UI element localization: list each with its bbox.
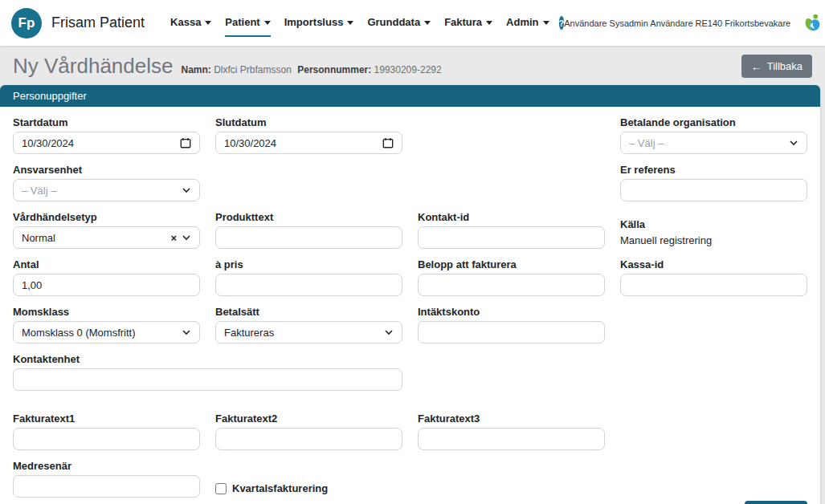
field-betalsatt: Betalsätt Faktureras <box>215 306 402 343</box>
field-momsklass: Momsklass Momsklass 0 (Momsfritt) <box>13 306 200 343</box>
section-header: Personuppgifter <box>0 85 820 107</box>
ansvarsenhet-select[interactable]: – Välj – <box>13 179 200 201</box>
nav-item-label: Faktura <box>444 16 482 28</box>
betalsatt-select[interactable]: Faktureras <box>215 321 402 343</box>
save-button[interactable]: Spara <box>745 501 807 504</box>
back-button[interactable]: ← Tillbaka <box>741 55 812 78</box>
page-header: Ny Vårdhändelse Namn: Dlxfci Prbfamsson … <box>0 46 825 85</box>
nav-item-label: Grunddata <box>367 16 420 28</box>
field-antal: Antal <box>13 258 200 296</box>
nav-item-grunddata[interactable]: Grunddata <box>367 10 431 37</box>
ansvarsenhet-label: Ansvarsenhet <box>13 164 200 176</box>
help-icon[interactable]: ? <box>559 16 565 30</box>
belopp-att-fakturera-input[interactable] <box>418 274 605 296</box>
field-vardhandelsetyp: Vårdhändelsetyp Normal × <box>13 211 200 249</box>
calendar-icon[interactable] <box>180 137 191 148</box>
ansvarsenhet-value: – Välj – <box>22 185 177 197</box>
name-value: Dlxfci Prbfamsson <box>214 64 292 75</box>
field-kvartalsfakturering: Kvartalsfakturering <box>215 479 402 498</box>
startdatum-input[interactable]: 10/30/2024 <box>13 132 200 154</box>
chevron-down-icon <box>264 21 271 25</box>
betalande-organisation-select[interactable]: – Välj – <box>620 132 807 154</box>
medresenar-label: Medresenär <box>13 460 200 472</box>
nav-item-importsluss[interactable]: Importsluss <box>284 10 354 37</box>
betalsatt-label: Betalsätt <box>215 306 402 318</box>
fakturatext1-input[interactable] <box>13 428 200 450</box>
momsklass-value: Momsklass 0 (Momsfritt) <box>22 327 177 339</box>
user-info: Användare Sysadmin Användare RE140 Friko… <box>564 18 790 28</box>
medresenar-input[interactable] <box>13 475 200 498</box>
personnummer-label: Personnummer: <box>297 64 371 75</box>
startdatum-value: 10/30/2024 <box>22 137 175 149</box>
chevron-down-icon <box>384 327 394 337</box>
chevron-down-icon <box>543 21 549 25</box>
kontaktenhet-input[interactable] <box>13 368 402 391</box>
form-grid: Startdatum 10/30/2024 Slutdatum 10/30/20… <box>13 116 807 498</box>
kvartalsfakturering-label[interactable]: Kvartalsfakturering <box>232 482 328 494</box>
nav-item-label: Kassa <box>170 16 201 28</box>
slutdatum-input[interactable]: 10/30/2024 <box>215 132 402 154</box>
betalsatt-value: Faktureras <box>224 327 379 339</box>
field-kassa-id: Kassa-id <box>620 258 807 296</box>
brand-name: Frisam Patient <box>51 14 145 31</box>
field-kontakt-id: Kontakt-id <box>418 211 605 249</box>
patient-meta: Namn: Dlxfci Prbfamsson Personnummer: 19… <box>181 64 444 75</box>
antal-input[interactable] <box>13 274 200 296</box>
slutdatum-value: 10/30/2024 <box>224 137 378 149</box>
frisam-logo[interactable]: Fp <box>11 8 42 39</box>
field-produkttext: Produkttext <box>215 211 402 249</box>
kassa-id-input[interactable] <box>620 274 807 296</box>
field-betalande-organisation: Betalande organisation – Välj – <box>620 116 807 154</box>
nav-item-patient[interactable]: Patient <box>225 10 270 37</box>
kontakt-id-input[interactable] <box>418 226 605 249</box>
clear-icon[interactable]: × <box>170 233 177 243</box>
page-title: Ny Vårdhändelse <box>13 54 173 79</box>
chevron-down-icon <box>182 185 191 195</box>
field-a-pris: à pris <box>215 258 402 296</box>
vardhandelsetyp-select[interactable]: Normal × <box>13 226 200 249</box>
field-medresenar: Medresenär <box>13 460 200 498</box>
calendar-icon[interactable] <box>382 137 394 148</box>
fakturatext3-label: Fakturatext3 <box>418 413 605 425</box>
field-slutdatum: Slutdatum 10/30/2024 <box>215 116 402 154</box>
chevron-down-icon <box>182 233 191 242</box>
er-referens-input[interactable] <box>620 179 807 201</box>
vardhandelsetyp-value: Normal <box>22 232 165 244</box>
vardhandelsetyp-label: Vårdhändelsetyp <box>13 211 200 223</box>
startdatum-label: Startdatum <box>13 116 200 128</box>
kvartalsfakturering-checkbox[interactable] <box>215 483 227 494</box>
nav-item-kassa[interactable]: Kassa <box>170 10 211 37</box>
main-nav: Kassa Patient Importsluss Grunddata Fakt… <box>170 10 549 37</box>
momsklass-select[interactable]: Momsklass 0 (Momsfritt) <box>13 321 200 343</box>
name-label: Namn: <box>181 64 210 75</box>
field-belopp-att-fakturera: Belopp att fakturera <box>418 258 605 296</box>
nav-item-label: Admin <box>506 16 538 28</box>
field-er-referens: Er referens <box>620 164 807 201</box>
kontakt-id-label: Kontakt-id <box>418 211 605 223</box>
kalla-value: Manuell registrering <box>620 234 807 246</box>
produkttext-label: Produkttext <box>215 211 402 223</box>
a-pris-input[interactable] <box>215 274 402 296</box>
produkttext-input[interactable] <box>215 226 402 249</box>
kontaktenhet-label: Kontaktenhet <box>13 353 402 365</box>
er-referens-label: Er referens <box>620 164 807 176</box>
back-arrow-icon: ← <box>751 60 762 73</box>
personuppgifter-card: Personuppgifter Startdatum 10/30/2024 Sl… <box>0 85 820 504</box>
personnummer-value: 19930209-2292 <box>374 64 442 75</box>
back-button-label: Tillbaka <box>767 60 803 72</box>
betalande-organisation-value: – Välj – <box>629 137 784 149</box>
field-kontaktenhet: Kontaktenhet <box>13 353 402 391</box>
nav-item-faktura[interactable]: Faktura <box>444 10 492 37</box>
field-fakturatext1: Fakturatext1 <box>13 413 200 450</box>
fakturatext2-label: Fakturatext2 <box>215 413 402 425</box>
intaktskonto-input[interactable] <box>418 321 605 343</box>
chevron-down-icon <box>789 138 798 148</box>
chevron-down-icon <box>182 327 191 337</box>
slutdatum-label: Slutdatum <box>215 116 402 128</box>
region-orebro-icon <box>802 10 823 36</box>
fakturatext2-input[interactable] <box>215 428 402 450</box>
fakturatext3-input[interactable] <box>418 428 605 450</box>
nav-item-label: Patient <box>225 16 259 28</box>
nav-item-admin[interactable]: Admin <box>506 10 549 37</box>
betalande-organisation-label: Betalande organisation <box>620 116 807 128</box>
